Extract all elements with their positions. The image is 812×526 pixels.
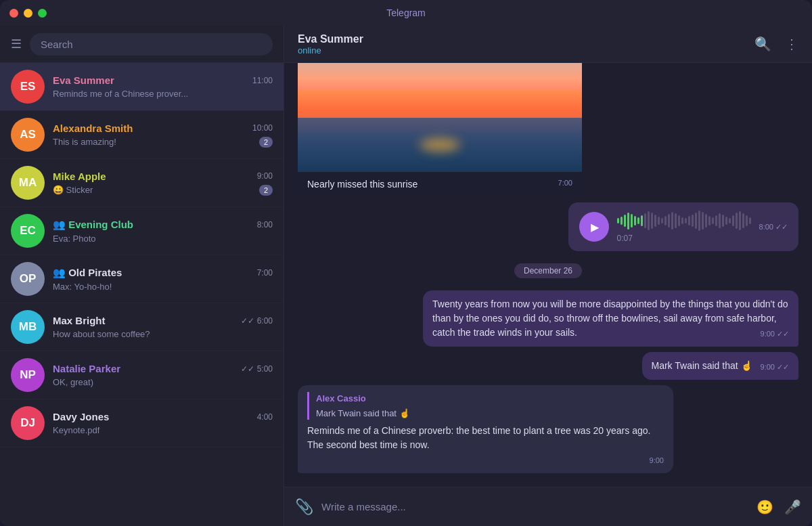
chat-info-eva-summer: Eva Summer 11:00 Reminds me of a Chinese…: [53, 74, 273, 99]
audio-duration: 0:07: [617, 234, 751, 243]
message-row-msg5: Alex Cassio Mark Twain said that ☝️ Remi…: [298, 385, 798, 473]
chat-preview-natalie-parker: OK, great): [53, 377, 93, 387]
waveform-bar: [675, 213, 677, 228]
quote-text: Mark Twain said that ☝️: [316, 407, 664, 420]
chat-list-item-mike-apple[interactable]: MA Mike Apple 9:00 😀 Sticker 2: [0, 159, 284, 207]
waveform-bar: [617, 218, 619, 223]
maximize-button[interactable]: [38, 9, 47, 18]
waveform-bar: [634, 216, 636, 225]
chat-header-name: Eva Summer: [298, 33, 363, 45]
waveform-bar: [712, 217, 714, 224]
attach-icon[interactable]: 📎: [295, 498, 313, 516]
waveform-bar: [719, 213, 721, 228]
date-badge: December 26: [514, 263, 582, 278]
waveform-bar: [729, 218, 731, 223]
waveform-bar: [742, 213, 744, 228]
chat-list-item-evening-club[interactable]: EC 👥 Evening Club 8:00 Eva: Photo: [0, 207, 284, 255]
message-row-msg1: Nearly missed this sunrise 7:00: [298, 63, 798, 197]
waveform-bar: [685, 218, 687, 223]
chat-preview-mike-apple: 😀 Sticker: [53, 185, 93, 195]
play-button[interactable]: ▶: [579, 212, 609, 242]
menu-icon[interactable]: ☰: [11, 37, 22, 51]
chat-time-davy-jones: 4:00: [257, 412, 273, 422]
chat-preview-old-pirates: Max: Yo-ho-ho!: [53, 282, 112, 292]
input-icons: 🙂 🎤: [757, 499, 801, 515]
message-time-msg4: 9:00 ✓✓: [761, 361, 789, 373]
waveform-bar: [644, 213, 646, 228]
chat-info-alexandra-smith: Alexandra Smith 10:00 This is amazing! 2: [53, 123, 273, 148]
waveform-bar: [627, 213, 629, 229]
waveform-bar: [668, 214, 670, 227]
chat-info-mike-apple: Mike Apple 9:00 😀 Sticker 2: [53, 171, 273, 196]
traffic-lights: [9, 9, 47, 18]
chat-time-mike-apple: 9:00: [257, 171, 273, 181]
more-options-icon[interactable]: ⋮: [785, 36, 798, 52]
chat-time-max-bright: ✓✓ 6:00: [241, 316, 273, 326]
waveform-bar: [736, 213, 738, 229]
waveform-bar: [631, 214, 633, 227]
chat-info-evening-club: 👥 Evening Club 8:00 Eva: Photo: [53, 219, 273, 244]
waveform-bar: [749, 217, 751, 224]
waveform-bar: [695, 213, 697, 229]
chat-name-row: 👥 Old Pirates 7:00: [53, 267, 273, 279]
chat-name-davy-jones: Davy Jones: [53, 411, 109, 422]
chat-list-item-davy-jones[interactable]: DJ Davy Jones 4:00 Keynote.pdf: [0, 399, 284, 447]
search-input[interactable]: [30, 33, 273, 56]
chat-header-icons: 🔍 ⋮: [754, 36, 798, 52]
sidebar-header: ☰: [0, 26, 284, 63]
message-input[interactable]: [321, 501, 748, 512]
search-icon[interactable]: 🔍: [754, 36, 771, 52]
chat-name-natalie-parker: Natalie Parker: [53, 363, 120, 374]
waveform-bars: [617, 211, 751, 231]
chat-info-old-pirates: 👥 Old Pirates 7:00 Max: Yo-ho-ho!: [53, 267, 273, 292]
chat-preview-max-bright: How about some coffee?: [53, 329, 150, 339]
quote-block: Alex Cassio Mark Twain said that ☝️: [307, 392, 664, 420]
sunset-image: [298, 63, 582, 172]
image-bubble: Nearly missed this sunrise 7:00: [298, 63, 582, 197]
input-area: 📎 🙂 🎤: [284, 487, 812, 526]
chat-time-alexandra-smith: 10:00: [252, 123, 273, 133]
waveform-bar: [651, 213, 653, 229]
chat-list-item-alexandra-smith[interactable]: AS Alexandra Smith 10:00 This is amazing…: [0, 111, 284, 159]
chat-name-row: Eva Summer 11:00: [53, 74, 273, 86]
chat-header: Eva Summer online 🔍 ⋮: [284, 26, 812, 63]
waveform-bar: [671, 212, 673, 229]
chat-time-evening-club: 8:00: [257, 220, 273, 229]
chat-info-max-bright: Max Bright ✓✓ 6:00 How about some coffee…: [53, 315, 273, 339]
reply-bubble: Alex Cassio Mark Twain said that ☝️ Remi…: [298, 385, 673, 473]
avatar-eva-summer: ES: [11, 70, 45, 104]
message-time-msg3: 9:00 ✓✓: [761, 328, 789, 340]
microphone-icon[interactable]: 🎤: [784, 499, 801, 515]
minimize-button[interactable]: [24, 9, 32, 18]
chat-name-max-bright: Max Bright: [53, 315, 106, 326]
waveform-bar: [725, 217, 727, 225]
chat-list-item-eva-summer[interactable]: ES Eva Summer 11:00 Reminds me of a Chin…: [0, 63, 284, 111]
waveform-bar: [732, 215, 734, 226]
waveform-bar: [698, 211, 700, 231]
audio-bubble: ▶ 0:07 8:00 ✓✓: [568, 202, 798, 251]
waveform-bar: [678, 215, 680, 226]
waveform-bar: [705, 214, 707, 227]
chat-list-item-old-pirates[interactable]: OP 👥 Old Pirates 7:00 Max: Yo-ho-ho!: [0, 255, 284, 303]
text-bubble-msg4: Mark Twain said that ☝️ 9:00 ✓✓: [642, 352, 799, 380]
waveform-bar: [715, 215, 717, 226]
chat-time-old-pirates: 7:00: [257, 268, 273, 278]
avatar-mike-apple: MA: [11, 166, 45, 200]
message-time: 9:00: [650, 455, 664, 466]
waveform-bar: [746, 215, 748, 226]
chat-preview-alexandra-smith: This is amazing!: [53, 137, 116, 147]
quote-author: Alex Cassio: [316, 392, 664, 406]
title-bar: Telegram: [0, 0, 812, 26]
image-caption: Nearly missed this sunrise 7:00: [298, 172, 582, 197]
chat-info-natalie-parker: Natalie Parker ✓✓ 5:00 OK, great): [53, 363, 273, 387]
chat-name-row: Natalie Parker ✓✓ 5:00: [53, 363, 273, 374]
chat-name-old-pirates: 👥 Old Pirates: [53, 267, 122, 279]
waveform-bar: [661, 218, 663, 223]
badge-mike-apple: 2: [259, 185, 273, 196]
chat-list-item-max-bright[interactable]: MB Max Bright ✓✓ 6:00 How about some cof…: [0, 303, 284, 351]
chat-list-item-natalie-parker[interactable]: NP Natalie Parker ✓✓ 5:00 OK, great): [0, 351, 284, 399]
chat-preview-eva-summer: Reminds me of a Chinese prover...: [53, 89, 188, 99]
emoji-icon[interactable]: 🙂: [757, 499, 773, 515]
message-row-msg3: Twenty years from now you will be more d…: [298, 290, 798, 347]
close-button[interactable]: [9, 9, 18, 18]
